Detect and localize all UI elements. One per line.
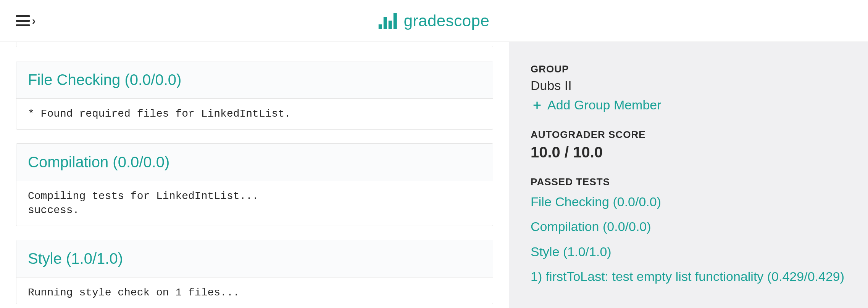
passed-test-link[interactable]: 1) firstToLast: test empty list function… [531, 267, 847, 286]
autograder-heading: AUTOGRADER SCORE [531, 129, 847, 141]
menu-toggle[interactable]: › [16, 15, 35, 27]
test-card-compilation: Compilation (0.0/0.0) Compiling tests fo… [16, 143, 493, 226]
passed-tests-heading: PASSED TESTS [531, 176, 847, 188]
test-title[interactable]: File Checking (0.0/0.0) [16, 61, 493, 99]
brand-logo[interactable]: gradescope [379, 12, 490, 30]
app-header: › gradescope [0, 0, 868, 42]
passed-test-link[interactable]: File Checking (0.0/0.0) [531, 192, 847, 211]
plus-icon: ＋ [531, 96, 544, 114]
bars-icon [379, 13, 397, 29]
test-output: Compiling tests for LinkedIntList... suc… [16, 181, 493, 226]
passed-test-link[interactable]: Compilation (0.0/0.0) [531, 217, 847, 236]
brand-name: gradescope [404, 12, 490, 30]
passed-tests-list: File Checking (0.0/0.0) Compilation (0.0… [531, 192, 847, 286]
group-name: Dubs II [531, 78, 847, 93]
main-content: File Checking (0.0/0.0) * Found required… [0, 42, 509, 308]
test-card-file-checking: File Checking (0.0/0.0) * Found required… [16, 61, 493, 130]
test-output: * Found required files for LinkedIntList… [16, 99, 493, 129]
group-heading: GROUP [531, 63, 847, 75]
autograder-score: 10.0 / 10.0 [531, 144, 847, 161]
passed-test-link[interactable]: Style (1.0/1.0) [531, 242, 847, 261]
add-group-member-label: Add Group Member [547, 98, 661, 112]
hamburger-icon [16, 15, 30, 26]
test-title[interactable]: Compilation (0.0/0.0) [16, 144, 493, 181]
test-card-style: Style (1.0/1.0) Running style check on 1… [16, 240, 493, 304]
chevron-right-icon: › [32, 15, 35, 27]
previous-card-edge [16, 42, 493, 47]
test-output: Running style check on 1 files... [16, 278, 493, 303]
sidebar: GROUP Dubs II ＋ Add Group Member AUTOGRA… [509, 42, 868, 308]
test-title[interactable]: Style (1.0/1.0) [16, 240, 493, 278]
add-group-member-link[interactable]: ＋ Add Group Member [531, 96, 847, 114]
